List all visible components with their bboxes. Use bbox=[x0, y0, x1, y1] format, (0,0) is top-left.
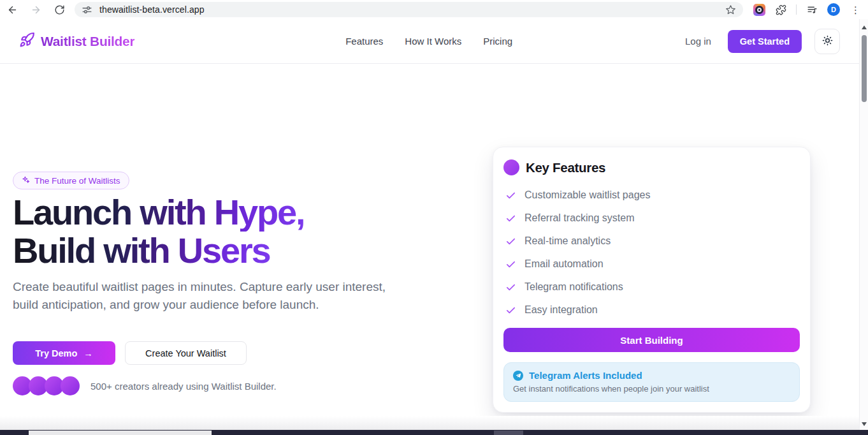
get-started-button[interactable]: Get Started bbox=[728, 30, 802, 53]
sparkles-icon bbox=[22, 175, 30, 186]
check-icon bbox=[505, 282, 516, 293]
hero-heading-line-1: Launch with Hype, bbox=[13, 193, 304, 232]
nav-links: Features How It Works Pricing bbox=[345, 36, 512, 47]
social-proof: 500+ creators already using Waitlist Bui… bbox=[13, 376, 277, 395]
telegram-alert-box: Telegram Alerts Included Get instant not… bbox=[503, 362, 800, 402]
feature-label: Real-time analytics bbox=[524, 235, 611, 247]
site-info-icon[interactable] bbox=[82, 4, 92, 15]
check-icon bbox=[505, 213, 516, 224]
gradient-dot-icon bbox=[503, 159, 519, 175]
hero-description: Create beautiful waitlist pages in minut… bbox=[13, 278, 394, 314]
rocket-icon bbox=[19, 32, 35, 50]
bookmark-star-icon[interactable] bbox=[725, 4, 736, 15]
address-bar[interactable]: thewaitlist-beta.vercel.app bbox=[75, 2, 743, 17]
url-text[interactable]: thewaitlist-beta.vercel.app bbox=[99, 4, 718, 15]
feature-item: Email automation bbox=[503, 253, 800, 276]
creator-avatar bbox=[61, 376, 80, 395]
check-icon bbox=[505, 236, 516, 247]
feature-label: Referral tracking system bbox=[524, 212, 635, 224]
login-link[interactable]: Log in bbox=[685, 36, 711, 47]
profile-avatar[interactable]: D bbox=[827, 3, 840, 16]
site-navbar: Waitlist Builder Features How It Works P… bbox=[0, 19, 868, 64]
forward-icon[interactable] bbox=[30, 4, 41, 15]
page-scrollbar[interactable] bbox=[859, 19, 868, 430]
feature-list: Customizable waitlist pages Referral tra… bbox=[503, 184, 800, 321]
feature-item: Telegram notifications bbox=[503, 276, 800, 299]
nav-link-how-it-works[interactable]: How It Works bbox=[405, 36, 461, 47]
try-demo-button[interactable]: Try Demo → bbox=[13, 341, 115, 365]
create-waitlist-button[interactable]: Create Your Waitlist bbox=[125, 341, 247, 365]
feature-label: Telegram notifications bbox=[524, 281, 623, 293]
hero-badge-label: The Future of Waitlists bbox=[34, 176, 120, 186]
social-proof-text: 500+ creators already using Waitlist Bui… bbox=[90, 381, 277, 392]
feature-item: Referral tracking system bbox=[503, 207, 800, 230]
brand-name: Waitlist Builder bbox=[41, 34, 134, 49]
theme-toggle-button[interactable] bbox=[814, 29, 840, 54]
scroll-down-icon[interactable] bbox=[860, 420, 868, 429]
key-features-card: Key Features Customizable waitlist pages… bbox=[493, 147, 811, 413]
scroll-up-icon[interactable] bbox=[860, 23, 868, 32]
page-viewport: Waitlist Builder Features How It Works P… bbox=[0, 19, 868, 435]
check-icon bbox=[505, 259, 516, 270]
check-icon bbox=[505, 305, 516, 316]
next-section-edge bbox=[0, 430, 868, 435]
start-building-button[interactable]: Start Building bbox=[503, 328, 800, 352]
media-controls-icon[interactable] bbox=[806, 4, 818, 15]
feature-item: Customizable waitlist pages bbox=[503, 184, 800, 207]
telegram-icon bbox=[513, 371, 523, 381]
telegram-alert-title: Telegram Alerts Included bbox=[529, 370, 642, 381]
hero-heading: Launch with Hype, Build with Users bbox=[13, 193, 304, 270]
sun-icon bbox=[822, 35, 833, 48]
hero-heading-line-2: Build with Users bbox=[13, 232, 270, 270]
toolbar-divider bbox=[796, 4, 797, 15]
arrow-right-icon: → bbox=[83, 348, 93, 358]
telegram-alert-subtitle: Get instant notifications when people jo… bbox=[513, 384, 790, 394]
nav-link-pricing[interactable]: Pricing bbox=[483, 36, 512, 47]
section-fade bbox=[0, 416, 868, 430]
feature-item: Easy integration bbox=[503, 299, 800, 321]
feature-label: Easy integration bbox=[524, 304, 598, 316]
reload-icon[interactable] bbox=[54, 4, 65, 15]
next-section-light-segment bbox=[29, 431, 212, 435]
check-icon bbox=[505, 190, 516, 201]
next-section-mid-segment bbox=[494, 431, 523, 435]
scrollbar-thumb[interactable] bbox=[862, 35, 867, 102]
feature-item: Real-time analytics bbox=[503, 230, 800, 253]
brand-logo[interactable]: Waitlist Builder bbox=[19, 32, 134, 50]
feature-label: Customizable waitlist pages bbox=[524, 189, 650, 201]
hero-cta-row: Try Demo → Create Your Waitlist bbox=[13, 341, 247, 365]
nav-link-features[interactable]: Features bbox=[345, 36, 383, 47]
card-title: Key Features bbox=[526, 160, 605, 175]
extensions-puzzle-icon[interactable] bbox=[775, 4, 786, 15]
creator-avatars bbox=[13, 376, 80, 395]
try-demo-label: Try Demo bbox=[35, 348, 77, 358]
hero-badge: The Future of Waitlists bbox=[13, 172, 129, 189]
feature-label: Email automation bbox=[524, 258, 604, 270]
browser-menu-icon[interactable]: ⋮ bbox=[850, 5, 862, 15]
extension-camera-icon[interactable] bbox=[753, 4, 765, 16]
browser-toolbar: thewaitlist-beta.vercel.app D ⋮ bbox=[0, 0, 868, 19]
back-icon[interactable] bbox=[6, 4, 18, 15]
